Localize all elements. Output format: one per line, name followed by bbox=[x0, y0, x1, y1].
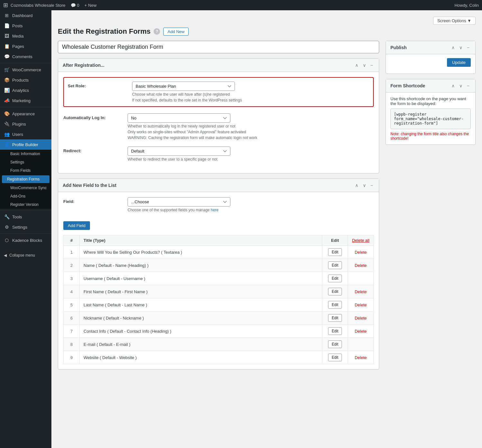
table-header-edit: Edit bbox=[322, 235, 348, 246]
after-registration-body: Set Role: Basic Wholesale Plan Choose wh… bbox=[58, 72, 379, 173]
sidebar-item-profile-builder[interactable]: 👤 Profile Builder bbox=[0, 139, 51, 150]
delete-button[interactable]: Delete bbox=[353, 262, 369, 269]
table-row: 7Contact Info ( Default - Contact Info (… bbox=[64, 325, 374, 338]
sidebar-item-media[interactable]: 🖼 Media bbox=[0, 31, 51, 41]
publish-down-btn[interactable]: ∨ bbox=[458, 44, 464, 51]
media-icon: 🖼 bbox=[4, 33, 10, 39]
delete-all-button[interactable]: Delete all bbox=[352, 238, 369, 243]
sidebar-item-appearance[interactable]: 🎨 Appearance bbox=[0, 109, 51, 119]
sidebar-item-label: Comments bbox=[12, 54, 32, 59]
edit-button[interactable]: Edit bbox=[328, 261, 342, 269]
publish-close-btn[interactable]: − bbox=[466, 44, 471, 51]
menu-separator-4 bbox=[0, 233, 51, 234]
collapse-label: Collapse menu bbox=[9, 253, 35, 258]
comment-icon: 💬 bbox=[71, 3, 76, 8]
sidebar-item-woocommerce[interactable]: 🛒 WooCommerce bbox=[0, 65, 51, 75]
panel-up-button[interactable]: ∧ bbox=[354, 62, 360, 68]
site-name[interactable]: Cozmoslabs Wholesale Store bbox=[11, 3, 66, 8]
field-select-content: ...Choose Choose one of the supported fi… bbox=[128, 197, 374, 212]
help-icon[interactable]: ? bbox=[154, 28, 160, 35]
users-icon: 👥 bbox=[4, 132, 10, 137]
submenu-item-registration-forms[interactable]: Registration Forms bbox=[2, 175, 49, 183]
add-field-up-button[interactable]: ∧ bbox=[354, 182, 360, 189]
sidebar-item-dashboard[interactable]: ⊞ Dashboard bbox=[0, 10, 51, 21]
add-field-down-button[interactable]: ∨ bbox=[362, 182, 367, 189]
panel-close-button[interactable]: − bbox=[369, 62, 374, 68]
comments-link[interactable]: 💬 0 bbox=[71, 3, 79, 8]
shortcode-close-btn[interactable]: − bbox=[466, 83, 471, 89]
row-title: Where Will You Be Selling Our Products? … bbox=[80, 246, 322, 259]
row-num: 4 bbox=[64, 285, 80, 298]
sidebar-item-products[interactable]: 📦 Products bbox=[0, 75, 51, 85]
sidebar-item-posts[interactable]: 📄 Posts bbox=[0, 21, 51, 31]
sidebar-item-label: Posts bbox=[12, 23, 23, 28]
row-edit-cell: Edit bbox=[322, 285, 348, 298]
publish-up-btn[interactable]: ∧ bbox=[450, 44, 456, 51]
delete-button[interactable]: Delete bbox=[353, 301, 369, 309]
sidebar-item-marketing[interactable]: 📣 Marketing bbox=[0, 95, 51, 106]
add-field-header: Add New Field to the List ∧ ∨ − bbox=[58, 179, 379, 192]
sidebar-item-pages[interactable]: 📋 Pages bbox=[0, 41, 51, 51]
edit-button[interactable]: Edit bbox=[328, 248, 342, 256]
add-new-button[interactable]: Add New bbox=[163, 28, 189, 36]
shortcode-up-btn[interactable]: ∧ bbox=[450, 83, 456, 89]
submenu-item-settings[interactable]: Settings bbox=[0, 158, 51, 166]
submenu-item-woocommerce-sync[interactable]: WooCommerce Sync bbox=[0, 184, 51, 192]
sidebar-item-label: Marketing bbox=[12, 98, 31, 103]
add-field-button[interactable]: Add Field bbox=[63, 221, 90, 230]
delete-button[interactable]: Delete bbox=[353, 328, 369, 335]
row-edit-cell: Edit bbox=[322, 298, 348, 312]
field-select[interactable]: ...Choose bbox=[128, 197, 230, 206]
sidebar-item-kadence-blocks[interactable]: ⬡ Kadence Blocks bbox=[0, 235, 51, 245]
sidebar-item-tools[interactable]: 🔧 Tools bbox=[0, 212, 51, 222]
row-num: 7 bbox=[64, 325, 80, 338]
add-field-close-button[interactable]: − bbox=[369, 182, 374, 189]
update-button[interactable]: Update bbox=[447, 58, 471, 67]
edit-button[interactable]: Edit bbox=[328, 275, 342, 282]
edit-button[interactable]: Edit bbox=[328, 301, 342, 309]
right-sidebar: Publish ∧ ∨ − Update Form Shortcode bbox=[386, 41, 476, 150]
auto-login-hint2: Only works on single-sites without "Admi… bbox=[128, 130, 374, 134]
redirect-hint: Whether to redirect the user to a specif… bbox=[128, 157, 374, 162]
delete-button[interactable]: Delete bbox=[353, 249, 369, 256]
sidebar-item-plugins[interactable]: 🔌 Plugins bbox=[0, 119, 51, 129]
submenu-item-add-ons[interactable]: Add-Ons bbox=[0, 192, 51, 200]
edit-button[interactable]: Edit bbox=[328, 354, 342, 361]
collapse-icon: ◀ bbox=[4, 253, 7, 258]
publish-title: Publish bbox=[390, 45, 407, 50]
row-delete-cell: Delete bbox=[348, 325, 374, 338]
form-title-input[interactable] bbox=[58, 41, 379, 53]
field-select-row: Field: ...Choose Choose one of the suppo… bbox=[63, 197, 374, 212]
new-content-link[interactable]: + New bbox=[85, 3, 97, 8]
row-num: 8 bbox=[64, 338, 80, 351]
table-row: 4First Name ( Default - First Name )Edit… bbox=[64, 285, 374, 298]
redirect-select[interactable]: Default bbox=[128, 146, 230, 156]
submenu-item-register-version[interactable]: Register Version bbox=[0, 200, 51, 209]
row-title: Name ( Default - Name (Heading) ) bbox=[80, 259, 322, 272]
delete-button[interactable]: Delete bbox=[353, 288, 369, 295]
submenu-item-basic-information[interactable]: Basic Information bbox=[0, 150, 51, 158]
screen-options-button[interactable]: Screen Options ▼ bbox=[433, 17, 476, 25]
collapse-menu[interactable]: ◀ Collapse menu bbox=[0, 250, 51, 260]
edit-button[interactable]: Edit bbox=[328, 314, 342, 322]
shortcode-down-btn[interactable]: ∨ bbox=[458, 83, 464, 89]
field-label: Field: bbox=[63, 197, 128, 204]
row-num: 1 bbox=[64, 246, 80, 259]
sidebar-item-users[interactable]: 👥 Users bbox=[0, 129, 51, 139]
edit-button[interactable]: Edit bbox=[328, 340, 342, 348]
table-row: 3Username ( Default - Username )Edit bbox=[64, 272, 374, 285]
edit-button[interactable]: Edit bbox=[328, 327, 342, 335]
sidebar-item-settings[interactable]: ⚙ Settings bbox=[0, 222, 51, 232]
sidebar-item-comments[interactable]: 💬 Comments bbox=[0, 51, 51, 62]
sidebar-item-analytics[interactable]: 📊 Analytics bbox=[0, 85, 51, 95]
auto-login-select[interactable]: No bbox=[128, 113, 230, 123]
kadence-icon: ⬡ bbox=[4, 238, 10, 243]
delete-button[interactable]: Delete bbox=[353, 314, 369, 322]
panel-down-button[interactable]: ∨ bbox=[362, 62, 367, 68]
submenu-item-form-fields[interactable]: Form Fields bbox=[0, 166, 51, 175]
edit-button[interactable]: Edit bbox=[328, 288, 342, 295]
delete-button[interactable]: Delete bbox=[353, 354, 369, 361]
profile-builder-submenu: Basic Information Settings Form Fields R… bbox=[0, 150, 51, 209]
set-role-select[interactable]: Basic Wholesale Plan bbox=[132, 82, 235, 91]
field-link[interactable]: here bbox=[211, 208, 219, 212]
